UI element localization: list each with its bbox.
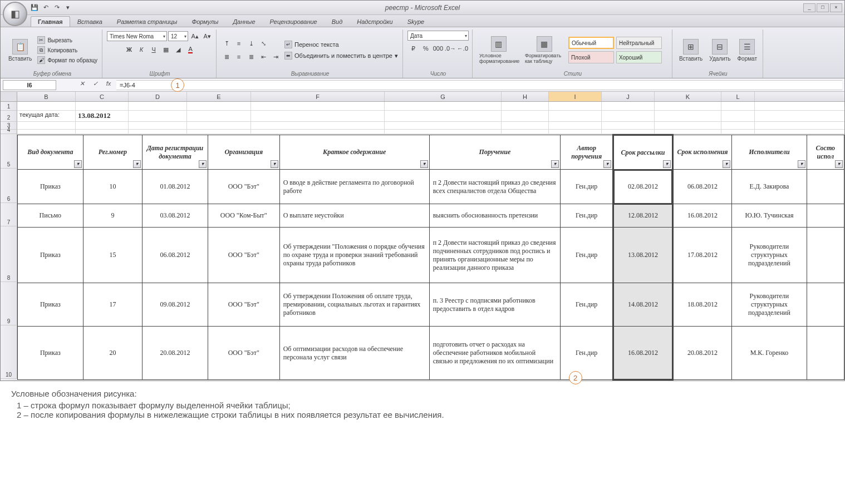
cell[interactable] [251, 130, 385, 134]
table-cell[interactable]: Приказ [18, 170, 83, 204]
filter-dropdown-icon[interactable]: ▾ [133, 160, 141, 168]
col-header-J[interactable]: J [602, 92, 655, 101]
table-cell[interactable]: 01.08.2012 [143, 170, 208, 204]
table-cell[interactable]: 10 [83, 170, 142, 204]
cell[interactable] [721, 122, 755, 129]
table-cell[interactable]: 12.08.2012 [613, 204, 672, 228]
table-cell[interactable]: Об оптимизации расходов на обеспечение п… [279, 327, 429, 380]
table-cell[interactable] [807, 204, 844, 228]
col-header-B[interactable]: B [17, 92, 76, 101]
cell[interactable] [721, 102, 755, 110]
table-cell[interactable]: 16.08.2012 [672, 204, 731, 228]
table-header[interactable]: Срок рассылки▾ [613, 135, 672, 170]
filter-dropdown-icon[interactable]: ▾ [199, 160, 207, 168]
table-cell[interactable]: О выплате неустойки [279, 204, 429, 228]
cell[interactable] [602, 122, 655, 129]
number-format-combo[interactable]: Дата [407, 31, 469, 41]
border-button[interactable]: ▦ [160, 44, 171, 55]
table-header[interactable]: Поручение▾ [429, 135, 560, 170]
row-header-9[interactable]: 9 [1, 282, 17, 325]
italic-button[interactable]: К [136, 44, 147, 55]
table-cell[interactable] [807, 283, 844, 327]
cell[interactable] [549, 111, 602, 121]
cell[interactable] [655, 102, 721, 110]
fill-color-button[interactable]: ◢ [173, 44, 184, 55]
cell[interactable] [602, 130, 655, 134]
font-size-combo[interactable]: 12 [168, 31, 188, 41]
cell[interactable] [385, 122, 502, 129]
cut-button[interactable]: ✂Вырезать [36, 36, 99, 45]
table-cell[interactable]: п 2 Довести настоящий приказ до сведения… [429, 170, 560, 204]
cell[interactable] [502, 130, 549, 134]
cell[interactable] [549, 122, 602, 129]
table-cell[interactable]: 20.08.2012 [143, 327, 208, 380]
select-all-corner[interactable] [1, 92, 17, 101]
style-good[interactable]: Хороший [616, 51, 662, 63]
ribbon-tab-8[interactable]: Skype [400, 16, 432, 27]
comma-icon[interactable]: 000 [433, 43, 444, 54]
close-button[interactable]: × [830, 3, 842, 12]
table-cell[interactable]: 03.08.2012 [143, 204, 208, 228]
filter-dropdown-icon[interactable]: ▾ [74, 160, 82, 168]
ribbon-tab-4[interactable]: Данные [225, 16, 262, 27]
insert-cells-button[interactable]: ⊞Вставить [677, 38, 705, 63]
table-cell[interactable]: ООО "Бэт" [208, 228, 279, 283]
table-cell[interactable]: 09.08.2012 [143, 283, 208, 327]
col-header-E[interactable]: E [187, 92, 251, 101]
align-left-icon[interactable]: ≣ [221, 51, 232, 62]
ribbon-tab-1[interactable]: Вставка [70, 16, 110, 27]
table-header[interactable]: Краткое содержание▾ [279, 135, 429, 170]
row-header-8[interactable]: 8 [1, 226, 17, 282]
cancel-formula-icon[interactable]: ✕ [76, 80, 87, 90]
table-cell[interactable]: Ген.дир [561, 327, 613, 380]
percent-icon[interactable]: % [420, 43, 431, 54]
row-header-1[interactable]: 1 [1, 102, 17, 111]
cell[interactable] [385, 111, 502, 121]
conditional-formatting-button[interactable]: ▥Условное форматирование [477, 35, 520, 65]
table-cell[interactable]: Ген.дир [561, 228, 613, 283]
ribbon-tab-2[interactable]: Разметка страницы [110, 16, 185, 27]
filter-dropdown-icon[interactable]: ▾ [723, 160, 730, 168]
increase-font-icon[interactable]: A▴ [189, 31, 200, 42]
ribbon-tab-6[interactable]: Вид [325, 16, 350, 27]
table-cell[interactable]: 06.08.2012 [143, 228, 208, 283]
cell[interactable] [129, 122, 187, 129]
cell[interactable] [129, 130, 187, 134]
cell[interactable]: текущая дата: [17, 111, 76, 121]
increase-decimal-icon[interactable]: .0→ [445, 43, 456, 54]
table-cell[interactable]: 14.08.2012 [613, 283, 672, 327]
table-cell[interactable]: М.К. Горенко [732, 327, 807, 380]
cell[interactable] [655, 130, 721, 134]
cell[interactable] [602, 111, 655, 121]
cell[interactable] [76, 122, 129, 129]
col-header-I[interactable]: I [549, 92, 602, 101]
filter-dropdown-icon[interactable]: ▾ [271, 160, 278, 168]
cell[interactable] [17, 122, 76, 129]
align-top-icon[interactable]: ⤒ [221, 38, 232, 49]
cell[interactable] [17, 130, 76, 134]
table-cell[interactable]: 15 [83, 228, 142, 283]
delete-cells-button[interactable]: ⊟Удалить [707, 38, 733, 63]
table-cell[interactable] [807, 327, 844, 380]
table-cell[interactable]: Ген.дир [561, 283, 613, 327]
row-header-5[interactable]: 5 [1, 134, 17, 169]
align-middle-icon[interactable]: ≡ [233, 38, 244, 49]
align-right-icon[interactable]: ≣ [245, 51, 257, 62]
cell[interactable] [721, 111, 755, 121]
table-cell[interactable]: подготовить отчет о расходах на обеспече… [429, 327, 560, 380]
style-normal[interactable]: Обычный [568, 37, 614, 49]
cell[interactable] [17, 102, 76, 110]
cell[interactable] [549, 102, 602, 110]
table-cell[interactable]: ООО "Ком-Быт" [208, 204, 279, 228]
style-bad[interactable]: Плохой [568, 51, 614, 63]
row-header-7[interactable]: 7 [1, 203, 17, 226]
fx-icon[interactable]: fx [103, 80, 114, 90]
table-header[interactable]: Автор поручения▾ [561, 135, 613, 170]
table-cell[interactable]: Письмо [18, 204, 83, 228]
cell[interactable] [251, 102, 385, 110]
table-cell[interactable] [807, 170, 844, 204]
table-cell[interactable]: Ген.дир [561, 204, 613, 228]
row-header-6[interactable]: 6 [1, 169, 17, 203]
format-painter-button[interactable]: 🖌Формат по образцу [36, 56, 99, 65]
filter-dropdown-icon[interactable]: ▾ [551, 160, 559, 168]
